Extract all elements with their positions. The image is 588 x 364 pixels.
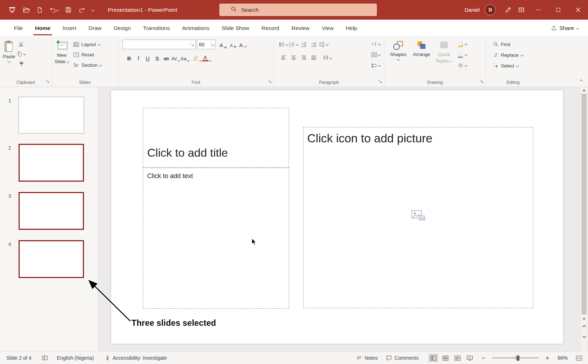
font-name-input[interactable]	[123, 42, 190, 47]
shapes-button[interactable]: Shapes	[387, 37, 409, 70]
font-name-combobox[interactable]	[123, 40, 196, 49]
numbering-button[interactable]: 123	[289, 40, 298, 49]
font-size-input[interactable]	[197, 42, 211, 47]
open-button[interactable]	[19, 0, 33, 20]
font-size-combobox[interactable]	[197, 40, 215, 49]
zoom-in-button[interactable]	[544, 355, 551, 361]
character-spacing-button[interactable]: AV	[171, 53, 180, 62]
tab-home[interactable]: Home	[29, 20, 56, 36]
quick-styles-button[interactable]: Quick Styles	[434, 37, 454, 70]
redo-button[interactable]	[75, 0, 89, 20]
ink-pen-icon[interactable]	[502, 0, 515, 20]
text-direction-button[interactable]: A	[371, 39, 380, 49]
zoom-slider-thumb[interactable]	[517, 355, 519, 361]
bullets-button[interactable]	[279, 40, 288, 49]
collapse-ribbon-button[interactable]	[580, 77, 582, 84]
justify-button[interactable]	[309, 53, 318, 62]
normal-view-button[interactable]	[428, 354, 438, 362]
customize-quick-access-button[interactable]	[89, 0, 97, 20]
tab-view[interactable]: View	[316, 20, 340, 36]
language-button[interactable]: English (Nigeria)	[55, 354, 95, 362]
layout-button[interactable]: Layout	[71, 39, 104, 49]
slide-4-thumbnail[interactable]	[19, 240, 84, 278]
insert-picture-icon[interactable]	[411, 210, 425, 226]
accessibility-checker-button[interactable]: Accessibility: Investigate	[103, 354, 169, 362]
clipboard-dialog-launcher[interactable]	[46, 79, 50, 85]
tab-draw[interactable]: Draw	[83, 20, 108, 36]
font-color-button[interactable]: A	[202, 53, 211, 62]
align-right-button[interactable]	[299, 53, 308, 62]
spell-check-button[interactable]	[40, 354, 50, 362]
columns-button[interactable]	[323, 53, 332, 62]
find-button[interactable]: Find	[491, 39, 540, 49]
next-slide-button[interactable]	[581, 332, 587, 340]
scroll-up-button[interactable]	[581, 87, 587, 93]
copy-button[interactable]	[17, 49, 26, 59]
section-button[interactable]: Section	[71, 60, 104, 70]
new-file-button[interactable]	[33, 0, 46, 20]
scrollbar-thumb[interactable]	[582, 94, 587, 314]
tab-help[interactable]: Help	[340, 20, 363, 36]
format-painter-button[interactable]	[17, 59, 26, 69]
clear-formatting-button[interactable]: A	[239, 40, 248, 49]
slide-show-button[interactable]	[465, 354, 475, 362]
picture-placeholder[interactable]: Click icon to add picture	[303, 127, 533, 308]
body-text-placeholder[interactable]: Click to add text	[143, 168, 289, 309]
tab-animations[interactable]: Animations	[176, 20, 215, 36]
comments-button[interactable]: Comments	[384, 354, 420, 362]
replace-button[interactable]: Replace	[491, 50, 540, 60]
strikethrough-button[interactable]: ab	[162, 53, 171, 62]
avatar[interactable]: D	[485, 4, 496, 15]
title-placeholder[interactable]: Click to add title	[143, 108, 289, 168]
slide-2-thumbnail[interactable]	[19, 144, 84, 182]
slide-1-thumbnail[interactable]	[19, 97, 84, 133]
reading-view-button[interactable]	[453, 354, 463, 362]
paragraph-dialog-launcher[interactable]	[378, 79, 382, 85]
shape-fill-button[interactable]	[457, 39, 467, 49]
align-left-button[interactable]	[279, 53, 288, 62]
ribbon-display-options-icon[interactable]	[515, 0, 528, 20]
text-shadow-button[interactable]: S	[153, 53, 161, 62]
align-text-button[interactable]	[371, 50, 380, 59]
share-button[interactable]: Share	[551, 25, 579, 31]
change-case-button[interactable]: Aa	[180, 53, 189, 62]
search-box[interactable]	[219, 4, 377, 16]
underline-button[interactable]: U	[143, 53, 152, 62]
scroll-down-button[interactable]	[581, 316, 587, 322]
slide-3-thumbnail[interactable]	[19, 192, 84, 230]
drawing-dialog-launcher[interactable]	[480, 79, 484, 85]
increase-indent-button[interactable]	[309, 40, 318, 49]
arrange-button[interactable]: Arrange	[410, 37, 433, 70]
previous-slide-button[interactable]	[581, 323, 587, 331]
slide-canvas[interactable]: Click to add title Click to add text Cli…	[111, 90, 563, 344]
chevron-down-icon[interactable]	[190, 40, 195, 49]
notes-button[interactable]: Notes	[355, 354, 379, 362]
slide-indicator[interactable]: Slide 2 of 4	[5, 354, 33, 362]
vertical-scrollbar[interactable]	[581, 87, 587, 352]
zoom-out-button[interactable]	[480, 355, 487, 361]
bold-button[interactable]: B	[125, 53, 134, 62]
grow-font-button[interactable]: A	[219, 40, 228, 49]
convert-to-smartart-button[interactable]	[371, 61, 380, 70]
minimize-button[interactable]	[528, 0, 548, 20]
italic-button[interactable]: I	[134, 53, 143, 62]
fit-slide-to-window-button[interactable]	[574, 354, 584, 362]
paste-button[interactable]: Paste	[3, 37, 15, 69]
tab-slide-show[interactable]: Slide Show	[215, 20, 255, 36]
tab-design[interactable]: Design	[108, 20, 137, 36]
font-dialog-launcher[interactable]	[268, 79, 272, 85]
search-input[interactable]	[241, 7, 355, 13]
chevron-down-icon[interactable]	[211, 40, 215, 49]
tab-record[interactable]: Record	[255, 20, 285, 36]
tab-insert[interactable]: Insert	[56, 20, 83, 36]
user-name[interactable]: Daniel	[464, 7, 480, 13]
line-spacing-button[interactable]	[319, 40, 328, 49]
shrink-font-button[interactable]: A	[229, 40, 238, 49]
shape-outline-button[interactable]	[457, 50, 467, 59]
new-slide-button[interactable]: New Slide	[55, 37, 69, 70]
shape-effects-button[interactable]	[457, 61, 467, 70]
select-button[interactable]: Select	[491, 61, 540, 71]
tab-transitions[interactable]: Transitions	[137, 20, 176, 36]
tab-file[interactable]: File	[8, 20, 29, 36]
slide-sorter-view-button[interactable]	[440, 354, 450, 362]
